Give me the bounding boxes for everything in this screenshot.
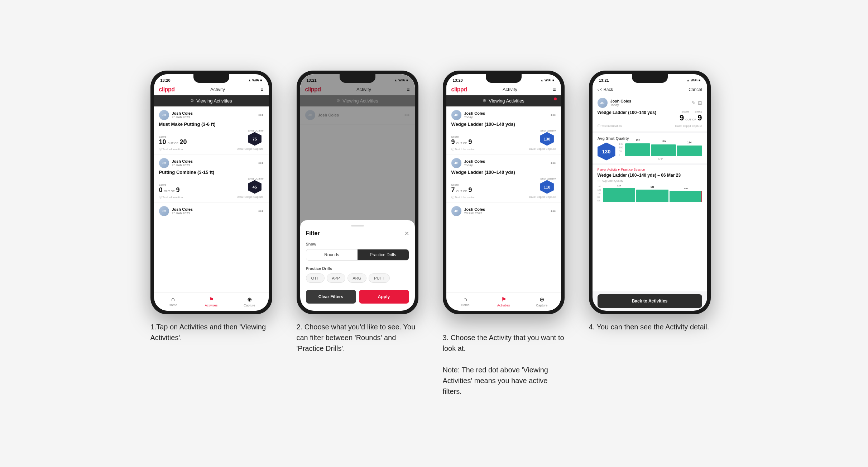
toggle-rounds-2[interactable]: Rounds <box>306 249 358 260</box>
three-dots-1-1[interactable]: ••• <box>258 112 264 118</box>
activity-card-1-3[interactable]: JC Josh Coles 28 Feb 2023 ••• <box>154 202 269 293</box>
bottom-nav-capture-1[interactable]: ⊕ Capture <box>230 296 269 307</box>
bottom-nav-activities-1[interactable]: ⚑ Activities <box>192 296 230 307</box>
bottom-nav-activities-3[interactable]: ⚑ Activities <box>484 296 523 307</box>
outof-1-1: OUT OF <box>168 142 178 145</box>
activity-card-1-1[interactable]: JC Josh Coles 28 Feb 2023 ••• Must Make … <box>154 106 269 154</box>
sq-badge-1-1: 75 <box>248 132 262 146</box>
activities-icon-3: ⚑ <box>501 296 506 303</box>
three-dots-3-2[interactable]: ••• <box>551 160 556 166</box>
capture-icon-1: ⊕ <box>247 296 252 303</box>
viewing-banner-3[interactable]: ⚙ Viewing Activities <box>446 95 561 106</box>
pill-ott-2[interactable]: OTT <box>306 273 325 283</box>
activity-card-3-1[interactable]: JC Josh Coles Today ••• Wedge Ladder (10… <box>446 106 561 154</box>
y-label-100: 100 <box>619 146 623 149</box>
modal-close-2[interactable]: ✕ <box>404 230 409 237</box>
status-icons-4: ▲ WiFi ■ <box>686 78 700 82</box>
signal-icon-1: ▲ <box>248 78 251 82</box>
apply-button-2[interactable]: Apply <box>359 290 409 304</box>
cancel-button-4[interactable]: Cancel <box>689 87 702 92</box>
session-y-60: 60 <box>598 200 601 202</box>
modal-title-2: Filter <box>306 230 320 237</box>
avatar-3-1: JC <box>451 110 461 120</box>
activity-card-3-2[interactable]: JC Josh Coles Today ••• Wedge Ladder (10… <box>446 154 561 202</box>
card-stats-1-1: Score 10 OUT OF 20 Shot Quality 75 <box>159 129 264 146</box>
card-user-info-3-2: Josh Coles Today <box>464 159 548 167</box>
user-name-3-3: Josh Coles <box>464 207 548 211</box>
capture-label-1: Capture <box>244 304 255 307</box>
activity-card-1-2[interactable]: JC Josh Coles 28 Feb 2023 ••• Putting Co… <box>154 154 269 202</box>
phone-block-3: 13:20 ▲ WiFi ■ clippd Activity ≡ ⚙ Vie <box>443 71 572 397</box>
logo-1: clippd <box>159 86 175 93</box>
card-footer-1-2: ⓘ Test Information Data: Clippd Capture <box>159 195 264 199</box>
user-date-3-3: 28 Feb 2023 <box>464 211 548 215</box>
battery-icon-1: ■ <box>260 78 262 82</box>
pill-app-2[interactable]: APP <box>327 273 345 283</box>
notch-2 <box>340 74 375 83</box>
session-chart-4: 140 120 100 80 60 132 129 <box>598 184 702 202</box>
detail-total-4: 9 <box>697 113 702 123</box>
card-stats-3-1: Score 9 OUT OF 9 Shot Quality 130 <box>451 129 556 146</box>
avatar-1-2: JC <box>159 158 169 168</box>
avg-sq-session-label-4: Avg Shot Quality <box>602 179 623 182</box>
info-left-3-1: ⓘ Test Information <box>451 147 475 151</box>
pill-putt-2[interactable]: PUTT <box>369 273 390 283</box>
phone-4: 13:21 ▲ WiFi ■ ‹ < Back Cancel <box>589 71 711 314</box>
modal-header-2: Filter ✕ <box>306 230 409 237</box>
viewing-banner-1[interactable]: ⚙ Viewing Activities <box>154 95 269 106</box>
home-icon-1: ⌂ <box>171 296 175 302</box>
bottom-nav-home-1[interactable]: ⌂ Home <box>154 296 192 307</box>
signal-icon-4: ▲ <box>686 78 690 82</box>
bottom-nav-capture-3[interactable]: ⊕ Capture <box>523 296 561 307</box>
edit-icon-4[interactable]: ✎ <box>691 100 696 106</box>
ps-link-4[interactable]: Practice Session <box>621 168 645 171</box>
phone-2: 13:21 ▲ WiFi ■ clippd Activity ≡ ⚙ Vie <box>297 71 418 314</box>
modal-handle-2 <box>351 225 364 227</box>
home-label-1: Home <box>169 303 177 307</box>
wifi-icon-4: WiFi <box>691 78 697 82</box>
detail-outof-4: OUT OF <box>685 118 696 121</box>
score-val-3-2: 7 <box>451 186 455 194</box>
dots-3-3[interactable]: ••• <box>551 208 556 214</box>
card-title-1-1: Must Make Putting (3-6 ft) <box>159 121 264 127</box>
card-footer-1-1: ⓘ Test Information Data: Clippd Capture <box>159 147 264 151</box>
y-label-140: 140 <box>619 143 623 145</box>
card-user-date-3-2: Today <box>464 163 548 167</box>
three-dots-1-3[interactable]: ••• <box>258 208 264 214</box>
sq-label-4: ••• <box>598 179 600 182</box>
info-right-1-1: Data: Clippd Capture <box>237 147 264 151</box>
fullscreen-icon-4[interactable]: ⊞ <box>698 100 702 106</box>
info-circle-icon-4: ⓘ <box>598 124 600 128</box>
hamburger-icon-3[interactable]: ≡ <box>553 87 556 92</box>
activity-card-3-3[interactable]: JC Josh Coles 28 Feb 2023 ••• <box>446 202 561 293</box>
capture-label-3: Capture <box>536 304 547 307</box>
notch-4 <box>632 74 668 83</box>
three-dots-1-2[interactable]: ••• <box>258 160 264 166</box>
time-1: 13:20 <box>160 78 171 82</box>
toggle-practice-drills-2[interactable]: Practice Drills <box>358 249 409 260</box>
desc-text-3: 3. Choose the Activity that you want to … <box>443 334 564 395</box>
back-button-4[interactable]: ‹ < Back <box>598 87 613 92</box>
detail-title-4: Wedge Ladder (100–140 yds) <box>598 110 673 115</box>
bottom-nav-home-3[interactable]: ⌂ Home <box>446 296 485 307</box>
time-3: 13:20 <box>453 78 463 82</box>
back-to-activities-btn-4[interactable]: Back to Activities <box>598 294 702 308</box>
y-label-0: 0 <box>619 154 623 156</box>
three-dots-3-1[interactable]: ••• <box>551 112 556 118</box>
card-title-3-1: Wedge Ladder (100–140 yds) <box>451 121 556 127</box>
desc-text-2: 2. Choose what you'd like to see. You ca… <box>297 323 416 352</box>
pill-arg-2[interactable]: ARG <box>347 273 367 283</box>
status-icons-3: ▲ WiFi ■ <box>540 78 554 82</box>
session-y-100: 100 <box>598 192 601 195</box>
avg-sq-row-4: 130 140 100 50 0 132 <box>598 143 702 161</box>
card-user-info-1-2: Josh Coles 28 Feb 2023 <box>172 159 255 167</box>
phone-3: 13:20 ▲ WiFi ■ clippd Activity ≡ ⚙ Vie <box>443 71 565 314</box>
hamburger-icon-1[interactable]: ≡ <box>260 87 263 92</box>
total-1-1: 20 <box>180 138 187 146</box>
clear-filters-button-2[interactable]: Clear Filters <box>306 290 356 304</box>
home-icon-3: ⌂ <box>464 296 467 302</box>
info-left-1-1: ⓘ Test Information <box>159 147 183 151</box>
activities-label-3: Activities <box>497 304 510 307</box>
battery-icon-3: ■ <box>552 78 554 82</box>
filter-modal-2: Filter ✕ Show Rounds Practice Drills Pra… <box>300 220 415 311</box>
